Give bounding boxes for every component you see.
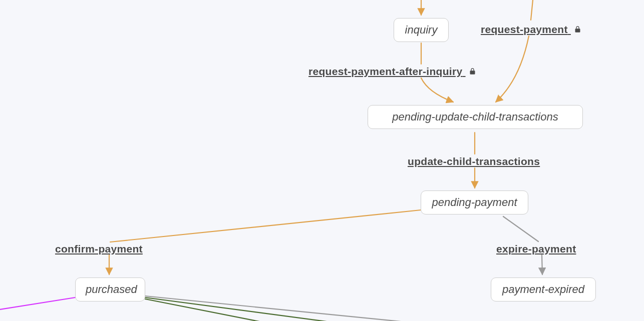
edge-top-to-request-payment <box>531 0 533 20</box>
edge-purchased-out-magenta <box>0 298 75 311</box>
node-pending-update-child-transactions[interactable]: pending-update-child-transactions <box>368 105 583 129</box>
node-purchased[interactable]: purchased <box>75 278 145 302</box>
node-payment-expired[interactable]: payment-expired <box>491 278 596 302</box>
edge-label-text: confirm-payment <box>55 243 143 254</box>
edge-label-text: expire-payment <box>496 243 576 254</box>
edges-layer <box>0 0 644 321</box>
node-pending-payment[interactable]: pending-payment <box>421 190 528 214</box>
lock-icon <box>574 25 581 34</box>
node-label: inquiry <box>405 24 438 36</box>
node-label: purchased <box>86 283 137 296</box>
edge-expire-to-payment-expired <box>542 255 542 274</box>
diagram-canvas: inquiry pending-update-child-transaction… <box>0 0 644 321</box>
edge-label-request-payment-after-inquiry[interactable]: request-payment-after-inquiry <box>308 66 476 78</box>
edge-pending-payment-to-confirm <box>110 210 421 242</box>
edge-label-text: update-child-transactions <box>408 156 540 167</box>
edge-request-payment-to-pending-update <box>496 36 529 102</box>
node-label: pending-payment <box>432 196 517 208</box>
lock-icon <box>469 67 476 76</box>
node-label: pending-update-child-transactions <box>392 110 558 123</box>
node-label: payment-expired <box>502 283 584 296</box>
edge-label-text: request-payment <box>481 24 568 35</box>
edge-label-to-pending-update-left <box>421 78 453 102</box>
node-inquiry[interactable]: inquiry <box>394 18 449 42</box>
edge-label-request-payment[interactable]: request-payment <box>481 24 581 36</box>
edge-pending-payment-to-expire <box>503 216 538 242</box>
edge-label-expire-payment[interactable]: expire-payment <box>496 243 576 255</box>
edge-label-confirm-payment[interactable]: confirm-payment <box>55 243 143 255</box>
edge-label-update-child-transactions[interactable]: update-child-transactions <box>408 156 540 168</box>
edge-purchased-out-green-1 <box>145 298 391 321</box>
edge-label-text: request-payment-after-inquiry <box>308 66 462 77</box>
